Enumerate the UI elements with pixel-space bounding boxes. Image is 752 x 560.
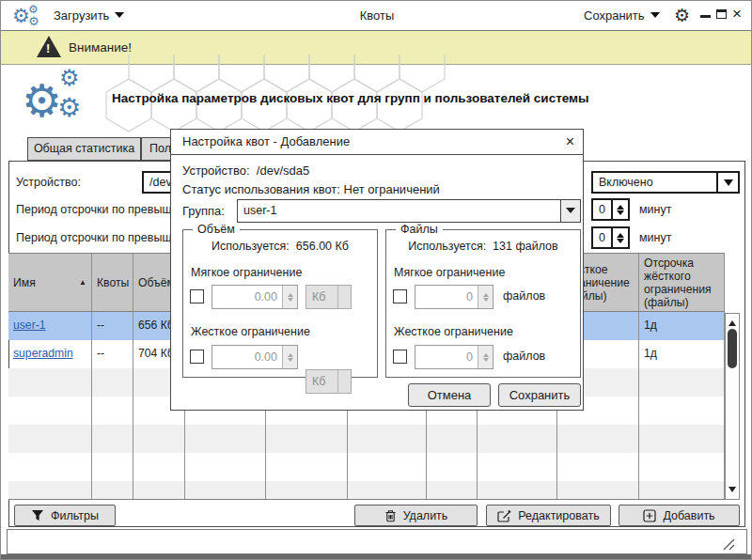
table-cell	[266, 425, 348, 453]
table-cell: 1д	[639, 340, 725, 368]
scrollbar-thumb[interactable]	[728, 329, 737, 368]
spinner-arrows-icon	[282, 286, 297, 308]
vertical-scrollbar[interactable]	[725, 313, 740, 500]
column-header[interactable]: Отсрочка жёсткого ограничения (файлы)	[639, 254, 725, 311]
files-soft-unit-label: файлов	[503, 289, 545, 303]
table-cell	[8, 397, 92, 425]
close-button[interactable]: ×	[732, 5, 742, 23]
table-cell	[8, 368, 92, 397]
grace-period-2-spinner[interactable]: 0	[591, 226, 630, 249]
files-hard-limit-value: 0	[415, 346, 478, 368]
maximize-button[interactable]	[716, 9, 727, 19]
table-cell	[639, 368, 725, 397]
column-header[interactable]: Имя▲	[8, 254, 92, 311]
column-header[interactable]: Квоты	[92, 254, 133, 311]
table-cell	[92, 397, 133, 425]
files-group: Файлы Используется: 131 файлов Мягкое ог…	[385, 229, 581, 378]
minimize-button[interactable]	[700, 15, 711, 18]
dropdown-arrow-icon[interactable]	[716, 173, 738, 192]
dialog-title-bar: Настройка квот - Добавление ×	[171, 130, 583, 155]
table-cell	[92, 368, 133, 397]
files-soft-limit-checkbox[interactable]	[393, 289, 407, 303]
table-cell: superadmin	[8, 340, 92, 368]
table-cell	[348, 425, 427, 453]
volume-hard-limit-value: 0.00	[212, 346, 282, 368]
volume-soft-limit-checkbox[interactable]	[190, 289, 204, 303]
spinner-arrows-icon[interactable]	[611, 228, 628, 247]
table-cell	[266, 481, 348, 499]
tab-general-statistics[interactable]: Общая статистика	[27, 137, 141, 161]
table-cell: user-1	[8, 312, 92, 340]
volume-soft-limit-spinner[interactable]: 0.00	[212, 285, 298, 309]
table-cell	[92, 453, 133, 481]
add-button[interactable]: Добавить	[619, 505, 740, 526]
save-menu-label: Сохранить	[584, 8, 645, 23]
dialog-close-icon[interactable]: ×	[566, 130, 574, 154]
table-cell	[92, 425, 133, 453]
resize-grip-icon[interactable]	[720, 536, 735, 551]
table-cell	[133, 425, 185, 453]
spinner-arrows-icon[interactable]	[611, 200, 628, 219]
grace-period-2-value: 0	[593, 228, 611, 247]
dialog-cancel-button[interactable]: Отмена	[408, 383, 491, 407]
user-link[interactable]: superadmin	[13, 347, 73, 360]
add-button-label: Добавить	[663, 509, 714, 522]
grace-period-1-spinner[interactable]: 0	[591, 198, 630, 221]
status-bar	[7, 529, 747, 554]
files-soft-limit-spinner[interactable]: 0	[415, 285, 494, 309]
delete-button-label: Удалить	[403, 509, 448, 522]
volume-hard-limit-checkbox[interactable]	[190, 350, 204, 364]
group-select[interactable]: user-1	[237, 199, 581, 223]
save-menu-button[interactable]: Сохранить	[584, 1, 660, 31]
window-bottom-edge	[1, 554, 752, 560]
filters-button-label: Фильтры	[51, 509, 99, 522]
table-cell	[478, 453, 557, 481]
files-hard-limit-spinner[interactable]: 0	[415, 345, 494, 369]
files-hard-limit-label: Жесткое ограничение	[394, 325, 513, 338]
table-cell	[557, 425, 639, 453]
user-link[interactable]: user-1	[13, 319, 46, 332]
app-logo-gears-icon: ⚙ ⚙ ⚙	[12, 5, 44, 29]
grace-period-1-value: 0	[593, 200, 611, 219]
files-used: Используется: 131 файлов	[386, 240, 580, 253]
warning-text: Внимание!	[69, 40, 132, 54]
table-cell	[8, 425, 92, 453]
quota-state-select[interactable]: Включено	[591, 171, 740, 194]
table-cell	[8, 453, 92, 481]
group-select-value: user-1	[238, 200, 560, 222]
dialog-save-button[interactable]: Сохранить	[498, 383, 581, 407]
table-cell	[185, 453, 266, 481]
page-title: Настройка параметров дисковых квот для г…	[112, 91, 589, 105]
table-cell	[133, 481, 185, 499]
volume-soft-unit-select[interactable]: Кб	[306, 285, 352, 309]
table-cell	[185, 481, 266, 499]
volume-hard-unit-select[interactable]: Кб	[306, 369, 352, 394]
spinner-arrows-icon	[478, 346, 493, 368]
title-bar: ⚙ ⚙ ⚙ Загрузить Квоты Сохранить ⚙ ×	[1, 1, 752, 31]
volume-used-value: 656.00 Кб	[296, 240, 349, 253]
filters-button[interactable]: Фильтры	[14, 505, 116, 526]
files-hard-limit-checkbox[interactable]	[393, 350, 407, 364]
load-button-label: Загрузить	[54, 8, 109, 23]
volume-group: Объём Используется: 656.00 Кб Мягкое огр…	[182, 229, 378, 378]
volume-hard-limit-spinner[interactable]: 0.00	[212, 345, 298, 369]
spinner-arrows-icon	[478, 286, 493, 308]
edit-button[interactable]: Редактировать	[486, 505, 611, 526]
load-button[interactable]: Загрузить	[54, 1, 124, 31]
warning-bar: ! Внимание!	[1, 31, 752, 65]
quota-add-dialog: Настройка квот - Добавление × Устройство…	[170, 129, 584, 411]
dialog-device-line: Устройство: /dev/sda5	[182, 163, 309, 178]
scroll-up-icon[interactable]	[726, 315, 739, 328]
empty-table-row	[8, 481, 725, 499]
table-cell	[348, 481, 427, 499]
funnel-icon	[31, 509, 44, 521]
delete-button[interactable]: Удалить	[354, 505, 478, 526]
settings-gear-icon[interactable]: ⚙	[674, 7, 690, 24]
grace-period-1-unit: минут	[639, 203, 671, 216]
quota-state-value: Включено	[593, 173, 716, 192]
sort-ascending-icon: ▲	[79, 276, 86, 289]
scroll-down-icon[interactable]	[726, 485, 739, 498]
table-cell	[8, 481, 92, 499]
dropdown-arrow-icon[interactable]	[560, 200, 580, 222]
table-cell	[639, 453, 725, 481]
